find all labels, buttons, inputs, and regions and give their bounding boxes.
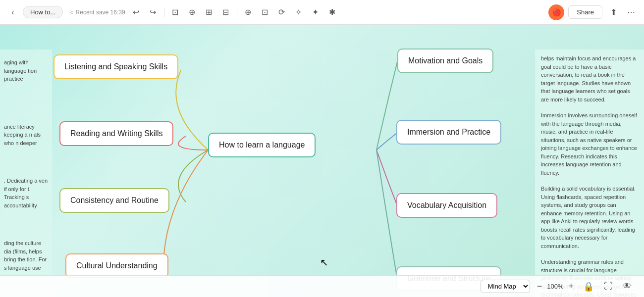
view-mode-select[interactable]: Mind Map <box>481 280 530 293</box>
node-immersion-label: Immersion and Practice <box>407 128 490 136</box>
left-note-reading: ance literacy keeping a n als who n deep… <box>4 123 48 148</box>
app-logo: 🔴 <box>548 4 564 20</box>
zoom-out-button[interactable]: − <box>535 281 544 292</box>
tool-btn-9[interactable]: ✦ <box>309 5 322 19</box>
node-vocabulary-label: Vocabulary Acquisition <box>407 201 486 209</box>
node-motivation[interactable]: Motivation and Goals <box>397 49 493 73</box>
node-consistency-label: Consistency and Routine <box>70 196 159 204</box>
node-reading[interactable]: Reading and Writing Skills <box>59 121 173 146</box>
redo-button[interactable]: ↪ <box>146 5 160 19</box>
note-motivation: helps maintain focus and encourages a go… <box>541 54 638 103</box>
export-button[interactable]: ⬆ <box>606 5 620 19</box>
left-note-consistency: . Dedicating a ven if only for t. Tracki… <box>4 177 48 209</box>
right-notes-panel: helps maintain focus and encourages a go… <box>535 50 644 297</box>
node-reading-label: Reading and Writing Skills <box>70 129 162 138</box>
mouse-cursor: ↖ <box>320 256 328 268</box>
tool-btn-4[interactable]: ⊟ <box>219 5 233 19</box>
toolbar-left: ‹ How to... ○ Recent save 16:39 <box>6 5 125 19</box>
node-consistency[interactable]: Consistency and Routine <box>59 188 169 213</box>
node-cultural-label: Cultural Understanding <box>76 261 158 270</box>
share-button[interactable]: Share <box>568 5 602 19</box>
undo-button[interactable]: ↩ <box>129 5 143 19</box>
zoom-in-button[interactable]: + <box>566 281 576 292</box>
tool-btn-8[interactable]: ✧ <box>292 5 306 19</box>
toolbar: ‹ How to... ○ Recent save 16:39 ↩ ↪ ⊡ ⊕ … <box>0 0 644 25</box>
back-button[interactable]: ‹ <box>6 5 20 19</box>
left-note-listening: aging with language tion practice <box>4 58 48 83</box>
node-immersion[interactable]: Immersion and Practice <box>396 120 501 145</box>
tab-title[interactable]: How to... <box>23 6 63 18</box>
divider-1 <box>164 7 164 17</box>
tool-btn-5[interactable]: ⊕ <box>241 5 255 19</box>
toolbar-right: 🔴 Share ⬆ ⋯ <box>548 4 638 20</box>
tool-btn-2[interactable]: ⊕ <box>185 5 199 19</box>
divider-2 <box>237 7 237 17</box>
mind-map-canvas: aging with language tion practice ance l… <box>0 25 644 297</box>
lock-icon-button[interactable]: 🔒 <box>581 280 596 293</box>
save-label: Recent save 16:39 <box>76 9 125 16</box>
tool-btn-7[interactable]: ⟳ <box>275 5 289 19</box>
zoom-controls: − 100% + <box>535 281 576 292</box>
note-vocabulary: Building a solid vocabulary is essential… <box>541 185 638 250</box>
node-motivation-label: Motivation and Goals <box>408 56 483 65</box>
eye-button[interactable]: 👁 <box>620 280 634 293</box>
central-node[interactable]: How to learn a language <box>208 133 316 157</box>
tool-btn-6[interactable]: ⊡ <box>258 5 272 19</box>
clock-icon: ○ <box>70 9 73 16</box>
tool-btn-1[interactable]: ⊡ <box>168 5 182 19</box>
node-listening-label: Listening and Speaking Skills <box>64 62 167 71</box>
node-vocabulary[interactable]: Vocabulary Acquisition <box>396 193 497 218</box>
tool-btn-10[interactable]: ✱ <box>325 5 339 19</box>
left-notes-panel: aging with language tion practice ance l… <box>0 50 52 297</box>
more-button[interactable]: ⋯ <box>624 5 638 19</box>
central-node-label: How to learn a language <box>219 141 305 149</box>
node-listening[interactable]: Listening and Speaking Skills <box>54 54 178 79</box>
save-info: ○ Recent save 16:39 <box>70 9 125 16</box>
toolbar-center: ↩ ↪ ⊡ ⊕ ⊞ ⊟ ⊕ ⊡ ⟳ ✧ ✦ ✱ <box>129 5 545 19</box>
bottom-toolbar: Mind Map − 100% + 🔒 ⛶ 👁 <box>0 275 644 297</box>
tool-btn-3[interactable]: ⊞ <box>202 5 216 19</box>
node-cultural[interactable]: Cultural Understanding <box>65 253 168 278</box>
zoom-level: 100% <box>547 283 563 290</box>
left-note-cultural: ding the culture dia (films, helps bring… <box>4 239 48 272</box>
note-immersion: Immersion involves surrounding oneself w… <box>541 111 638 177</box>
fullscreen-button[interactable]: ⛶ <box>601 280 615 293</box>
